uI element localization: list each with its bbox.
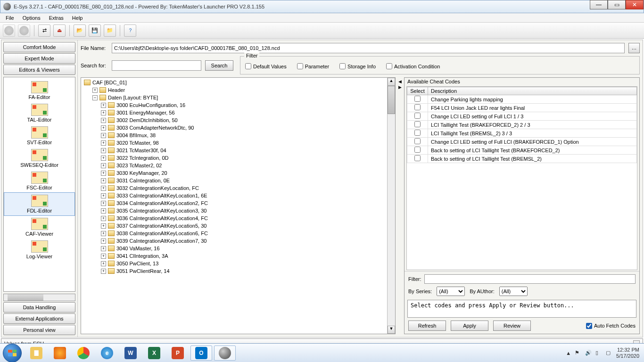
tree-node[interactable]: +3031 CaIntegration, 0E	[101, 177, 386, 184]
taskbar-word[interactable]: W	[120, 346, 141, 361]
col-description[interactable]: Description	[428, 87, 637, 95]
tree-node[interactable]: +3032 CaIntegrationKeyLocation, FC	[101, 184, 386, 192]
file-name-input[interactable]	[112, 43, 625, 53]
editor-item-log-viewer[interactable]: Log-Viewer	[4, 239, 75, 261]
tree-node[interactable]: +3021 TcMaster30f, 04	[101, 147, 386, 154]
by-series-select[interactable]: (All)	[437, 287, 465, 296]
expand-icon[interactable]: +	[101, 186, 106, 191]
expand-icon[interactable]: +	[101, 171, 106, 176]
expert-mode-button[interactable]: Expert Mode	[3, 53, 75, 64]
tree-node[interactable]: +3035 CaIntegrationAltKeyLocation3, 30	[101, 207, 386, 214]
menu-help[interactable]: Help	[68, 14, 87, 22]
cheat-row[interactable]: Back to setting of LCI Taillight Test (B…	[407, 155, 637, 163]
tree-scrollbar[interactable]: ▲ ▼	[387, 78, 395, 334]
cheat-checkbox[interactable]	[414, 155, 421, 161]
tree-node[interactable]: +3023 TcMaster2, 02	[101, 162, 386, 169]
menu-options[interactable]: Options	[19, 14, 44, 22]
data-handling-button[interactable]: Data Handling	[3, 302, 75, 313]
expand-icon[interactable]: +	[101, 261, 106, 266]
tree-node[interactable]: +3034 CaIntegrationAltKeyLocation2, FC	[101, 199, 386, 207]
comfort-mode-button[interactable]: Comfort Mode	[3, 42, 75, 52]
tree-node[interactable]: +3050 PwClient, 13	[101, 260, 386, 267]
help-button[interactable]: ？	[124, 25, 136, 37]
tree-node[interactable]: +3037 CaIntegrationAltKeyLocation5, 30	[101, 222, 386, 230]
cheat-row[interactable]: F54 LCI Union Jack LED rear lights Final	[407, 104, 637, 112]
tree-root[interactable]: CAF [BDC_01]	[84, 79, 386, 86]
cheat-row[interactable]: Change Parking lights mapping	[407, 95, 637, 104]
minimize-button[interactable]: —	[590, 0, 608, 9]
expand-icon[interactable]: +	[101, 223, 106, 229]
close-button[interactable]: ✕	[626, 0, 644, 9]
tree-node[interactable]: +3030 KeyManager, 20	[101, 169, 386, 177]
editor-item-svt-editor[interactable]: SVT-Editor	[4, 124, 75, 147]
editor-item-caf-viewer[interactable]: CAF-Viewer	[4, 216, 75, 239]
cheat-row[interactable]: LCI Taillight Test (BRAKEFORCED_2) 2 / 3	[407, 121, 637, 129]
tray-action-center-icon[interactable]: ⚑	[575, 350, 581, 356]
tray-volume-icon[interactable]: 🔊	[585, 350, 592, 356]
cheat-checkbox[interactable]	[414, 104, 421, 110]
cheat-checkbox[interactable]	[414, 147, 421, 153]
tree-node[interactable]: +3036 CaIntegrationAltKeyLocation4, FC	[101, 214, 386, 222]
tree-node[interactable]: +3004 BfIImux, 38	[101, 132, 386, 139]
tree-node[interactable]: +3038 CaIntegrationAltKeyLocation6, FC	[101, 230, 386, 237]
expand-icon[interactable]: +	[101, 216, 106, 221]
disconnect-button[interactable]: ⏏	[53, 25, 66, 37]
cheat-checkbox[interactable]	[414, 113, 421, 119]
cheat-checkbox[interactable]	[414, 138, 421, 144]
expand-icon[interactable]: +	[101, 156, 106, 161]
open-button[interactable]: 📂	[74, 25, 86, 37]
cheat-checkbox[interactable]	[414, 130, 421, 136]
expand-icon[interactable]: +	[101, 254, 106, 259]
taskbar-ie[interactable]: e	[96, 346, 118, 361]
expand-icon[interactable]: +	[101, 208, 106, 214]
tree-node[interactable]: +3039 CaIntegrationAltKeyLocation7, 30	[101, 237, 386, 245]
search-input[interactable]	[112, 60, 201, 71]
taskbar-outlook[interactable]: O	[190, 346, 212, 361]
maximize-button[interactable]: ▭	[608, 0, 626, 9]
tray-chevron-icon[interactable]: ▲	[566, 350, 571, 356]
cheat-row[interactable]: Change LCI LED setting of Full LCI (BRAK…	[407, 138, 637, 146]
col-select[interactable]: Select	[407, 87, 428, 95]
tree-node[interactable]: +3002 DemDtcInhibition, 50	[101, 116, 386, 124]
external-apps-button[interactable]: External Applications	[3, 313, 75, 324]
tree-node[interactable]: +3033 CaIntegrationAltKeyLocation1, 6E	[101, 192, 386, 199]
expand-icon[interactable]: +	[101, 201, 106, 206]
tree-node[interactable]: +3020 TcMaster, 98	[101, 139, 386, 147]
open2-button[interactable]: 📁	[104, 25, 116, 37]
cheat-row[interactable]: LCI Taillight Test (BREMSL_2) 3 / 3	[407, 129, 637, 138]
editor-item-fa-editor[interactable]: FA-Editor	[4, 79, 75, 102]
review-button[interactable]: Review	[493, 321, 531, 331]
taskbar-firefox[interactable]	[49, 346, 71, 361]
expand-icon[interactable]: +	[101, 148, 106, 153]
tree-node[interactable]: +3041 ClIntegration, 3A	[101, 252, 386, 260]
expand-icon[interactable]: +	[92, 88, 98, 93]
expand-icon[interactable]: +	[101, 246, 106, 251]
taskbar-explorer[interactable]: ▇	[25, 346, 47, 361]
expand-icon[interactable]: +	[101, 193, 106, 198]
personal-view-button[interactable]: Personal view	[3, 325, 75, 335]
by-author-select[interactable]: (All)	[499, 287, 528, 296]
filter-storage[interactable]: Storage Info	[339, 63, 376, 69]
tree-node[interactable]: +3022 TcIntegration, 0D	[101, 154, 386, 162]
search-button[interactable]: Search	[205, 60, 233, 71]
tree-header[interactable]: +Header	[92, 86, 386, 94]
start-button[interactable]	[3, 344, 22, 362]
filter-default[interactable]: Default Values	[245, 63, 287, 69]
expand-icon[interactable]: +	[101, 125, 106, 131]
expand-icon[interactable]: +	[101, 269, 106, 274]
apply-button[interactable]: Apply	[451, 321, 488, 331]
editor-item-sweseq-editor[interactable]: SWESEQ-Editor	[4, 147, 75, 170]
cheat-row[interactable]: Back to setting of LCI Taillight Test (B…	[407, 146, 637, 155]
cheat-filter-input[interactable]	[424, 274, 636, 284]
refresh-button[interactable]: Refresh	[408, 321, 446, 331]
menu-file[interactable]: File	[2, 14, 18, 22]
connect-button[interactable]: ⇄	[38, 25, 50, 37]
menu-extras[interactable]: Extras	[45, 14, 67, 22]
expand-icon[interactable]: +	[101, 118, 106, 123]
nav-forward-button[interactable]	[18, 25, 30, 37]
splitter[interactable]: ◀▶	[397, 77, 402, 334]
expand-icon[interactable]: +	[101, 178, 106, 183]
tray-wifi-icon[interactable]: ▯	[595, 350, 602, 356]
tree-node[interactable]: +3000 EcuHwConfiguration, 16	[101, 101, 386, 109]
tree-node[interactable]: +3001 EnergyManager, 56	[101, 109, 386, 116]
